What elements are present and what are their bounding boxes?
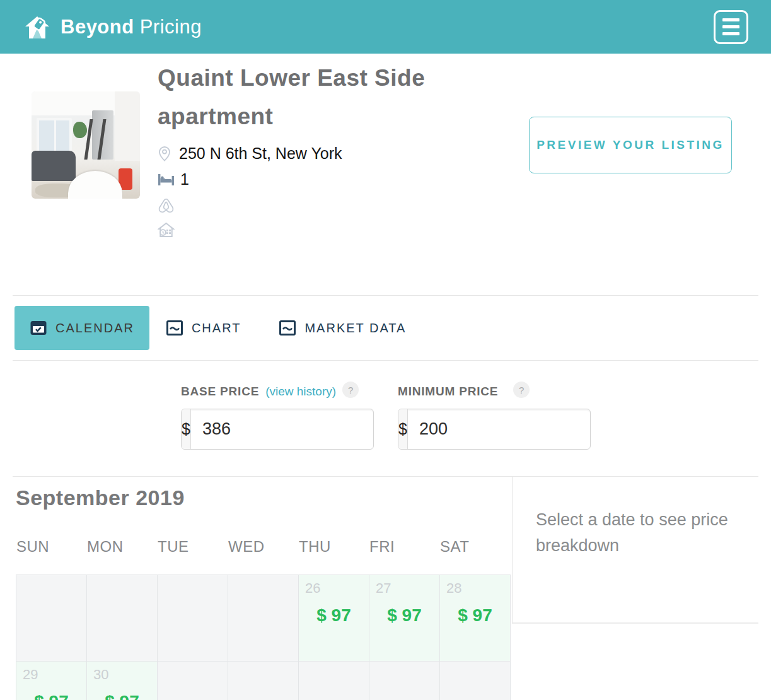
minimum-price-label: MINIMUM PRICE [398, 385, 498, 399]
photo-round-table [68, 171, 122, 199]
airbnb-icon [158, 197, 479, 214]
calendar-cell [228, 575, 299, 662]
listing-title: Quaint Lower East Side apartment [158, 59, 479, 136]
listing-photo [32, 91, 140, 199]
calendar-cell [299, 662, 369, 700]
day-header: FRI [369, 538, 439, 556]
hamburger-menu-button[interactable] [714, 10, 748, 44]
bed-icon [158, 172, 175, 187]
base-price-input[interactable] [191, 409, 374, 449]
day-header: THU [298, 538, 369, 556]
calendar-check-icon [30, 319, 47, 337]
house-tag-logo-icon [23, 13, 52, 42]
photo-cabinet [115, 91, 140, 161]
day-header: SAT [439, 538, 510, 556]
bedrooms-count: 1 [180, 170, 189, 189]
menu-bar [722, 32, 739, 35]
app-header: BeyondPricing [0, 0, 771, 54]
listing-summary: Quaint Lower East Side apartment 250 N 6… [0, 54, 771, 295]
photo-plant [73, 122, 87, 138]
preview-listing-button[interactable]: PREVIEW YOUR LISTING [529, 117, 732, 173]
base-price-input-group: $ [181, 409, 374, 450]
brand-name-light: Pricing [140, 16, 202, 38]
minimum-price-input[interactable] [408, 409, 591, 449]
calendar-day-number: 28 [440, 575, 510, 597]
calendar-cell[interactable]: 26$ 97 [299, 575, 369, 662]
calendar-cell[interactable]: 29$ 97 [16, 662, 87, 700]
calendar-cell [158, 575, 228, 662]
day-header: TUE [157, 538, 228, 556]
day-header-row: SUNMONTUEWEDTHUFRISAT [16, 538, 512, 556]
channel-airbnb-row [158, 197, 479, 214]
day-header: WED [228, 538, 298, 556]
minimum-price-help-icon[interactable]: ? [513, 382, 530, 398]
line-chart-icon [279, 319, 296, 337]
price-breakdown-placeholder: Select a date to see price breakdown [536, 507, 744, 559]
calendar-cell[interactable]: 28$ 97 [440, 575, 511, 662]
calendar-cell [369, 662, 440, 700]
calendar-month-title: September 2019 [16, 486, 512, 510]
calendar-pane: September 2019 SUNMONTUEWEDTHUFRISAT 26$… [13, 477, 512, 700]
calendar-cell [158, 662, 228, 700]
calendar-price: $ 97 [299, 605, 369, 626]
currency-prefix: $ [398, 409, 408, 449]
tab-calendar-label: CALENDAR [55, 321, 134, 335]
tab-chart[interactable]: CHART [151, 306, 257, 350]
day-header: SUN [16, 538, 86, 556]
view-tabs: CALENDAR CHART MARKET DATA [13, 295, 758, 361]
photo-sofa [32, 151, 76, 181]
bedrooms-row: 1 [158, 170, 479, 189]
listing-info: Quaint Lower East Side apartment 250 N 6… [158, 59, 479, 239]
tab-market-data-label: MARKET DATA [304, 321, 406, 335]
calendar-cell[interactable]: 27$ 97 [369, 575, 440, 662]
calendar-cell[interactable]: 30$ 97 [87, 662, 158, 700]
listing-address: 250 N 6th St, New York [179, 144, 342, 163]
calendar-cell [16, 575, 87, 662]
calendar-day-number: 30 [87, 662, 157, 683]
menu-bar [722, 18, 739, 21]
tab-chart-label: CHART [192, 321, 241, 335]
currency-prefix: $ [182, 409, 191, 449]
base-price-label: BASE PRICE [181, 385, 259, 399]
menu-bar [722, 25, 739, 28]
brand-name-bold: Beyond [61, 16, 134, 38]
calendar-cell [440, 662, 511, 700]
address-row: 250 N 6th St, New York [158, 144, 479, 163]
brand-name: BeyondPricing [61, 16, 202, 38]
calendar-day-number: 26 [299, 575, 369, 597]
calendar-cell [228, 662, 299, 700]
channel-house-row [158, 222, 479, 239]
calendar-grid: 26$ 9727$ 9728$ 9729$ 9730$ 97 [16, 575, 511, 700]
tab-market-data[interactable]: MARKET DATA [264, 306, 421, 350]
view-history-link[interactable]: (view history) [265, 385, 336, 399]
base-price-help-icon[interactable]: ? [342, 382, 359, 398]
day-header: MON [86, 538, 157, 556]
calendar-price: $ 97 [16, 692, 86, 700]
house-channel-icon [158, 222, 479, 239]
base-price-label-row: BASE PRICE (view history) ? [181, 383, 359, 400]
line-chart-icon [166, 319, 183, 337]
location-pin-icon [158, 146, 171, 162]
calendar-price: $ 97 [87, 692, 157, 700]
minimum-price-input-group: $ [398, 409, 591, 450]
calendar-section: September 2019 SUNMONTUEWEDTHUFRISAT 26$… [13, 476, 758, 700]
calendar-price: $ 97 [369, 605, 439, 626]
calendar-day-number: 29 [16, 662, 86, 683]
price-breakdown-panel: Select a date to see price breakdown [512, 477, 758, 624]
calendar-cell [87, 575, 158, 662]
calendar-price: $ 97 [440, 605, 510, 626]
tab-calendar[interactable]: CALENDAR [14, 306, 149, 350]
brand-logo[interactable]: BeyondPricing [23, 13, 202, 42]
calendar-day-number: 27 [369, 575, 439, 597]
minimum-price-label-row: MINIMUM PRICE ? [398, 383, 530, 400]
pricing-controls: BASE PRICE (view history) ? $ MINIMUM PR… [0, 361, 771, 476]
